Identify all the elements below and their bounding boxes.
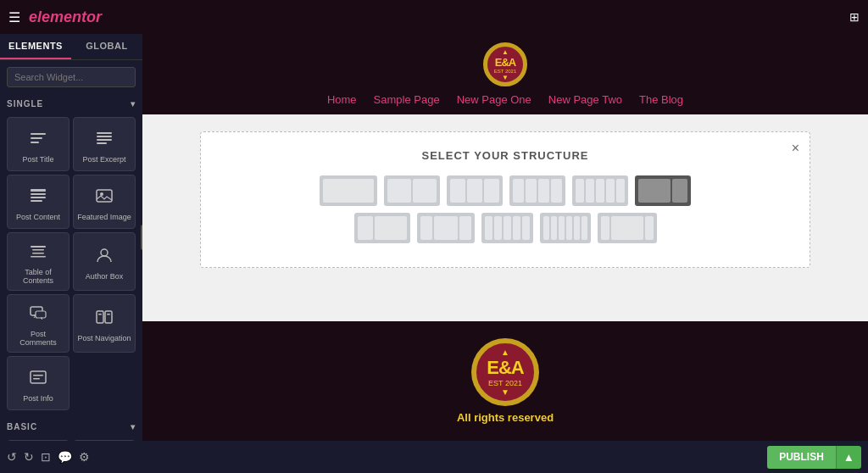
post-navigation-icon <box>95 308 114 331</box>
svg-rect-23 <box>107 314 110 315</box>
publish-dropdown-button[interactable]: ▲ <box>836 446 861 469</box>
settings-icon[interactable]: ⚙ <box>79 450 90 464</box>
footer-logo-est: EST 2021 <box>488 379 522 387</box>
widget-post-navigation[interactable]: Post Navigation <box>73 294 136 353</box>
chevron-down-icon-basic: ▾ <box>131 422 136 431</box>
widget-featured-image[interactable]: Featured Image <box>73 175 136 229</box>
widget-table-of-contents[interactable]: Table of Contents <box>7 232 70 291</box>
top-bar: ☰ elementor ⊞ <box>0 0 868 34</box>
nav-home[interactable]: Home <box>327 93 357 106</box>
preview-wrapper: ▲ E&A EST 2021 ▼ Home Sample Page New Pa… <box>142 34 868 441</box>
structure-row-1 <box>218 175 793 206</box>
svg-rect-21 <box>105 311 112 323</box>
structure-2col-33-66[interactable] <box>354 213 410 243</box>
hamburger-icon[interactable]: ☰ <box>8 9 20 25</box>
logo-text-ea: E&A <box>495 56 515 69</box>
svg-rect-10 <box>31 200 42 202</box>
svg-rect-24 <box>31 371 46 383</box>
post-info-icon <box>29 368 47 391</box>
structure-3col-25-50-25[interactable] <box>417 213 475 243</box>
redo-icon[interactable]: ↻ <box>24 450 34 464</box>
section-header-basic[interactable]: BASIC ▾ <box>0 417 142 437</box>
author-box-icon <box>95 246 114 269</box>
widget-post-comments-label: Post Comments <box>11 330 65 347</box>
footer-arrow-up: ▲ <box>501 348 509 357</box>
nav-new-page-one[interactable]: New Page One <box>457 93 531 106</box>
responsive-icon[interactable]: ⊡ <box>41 450 51 464</box>
svg-rect-3 <box>97 132 112 134</box>
search-box <box>0 60 142 94</box>
bottom-toolbar: ↺ ↻ ⊡ 💬 ⚙ PUBLISH ▲ <box>0 441 868 473</box>
chevron-down-icon: ▾ <box>131 99 136 109</box>
svg-rect-11 <box>97 190 112 202</box>
featured-image-icon <box>95 186 114 209</box>
widget-post-info-label: Post Info <box>23 394 53 403</box>
widget-heading[interactable]: T Heading <box>73 440 136 441</box>
post-comments-icon <box>29 303 47 326</box>
widget-author-box-label: Author Box <box>86 272 124 281</box>
canvas-area: ▲ E&A EST 2021 ▼ Home Sample Page New Pa… <box>142 34 868 441</box>
widget-post-excerpt[interactable]: Post Excerpt <box>73 117 136 171</box>
widget-author-box[interactable]: Author Box <box>73 232 136 291</box>
structure-5col-v2[interactable] <box>481 213 533 243</box>
modal-title: SELECT YOUR STRUCTURE <box>218 149 793 162</box>
modal-close-button[interactable]: × <box>792 141 799 156</box>
svg-rect-15 <box>32 253 44 254</box>
logo-arrow-down: ▼ <box>502 74 509 81</box>
svg-rect-7 <box>31 189 46 192</box>
nav-sample-page[interactable]: Sample Page <box>374 93 440 106</box>
history-icon[interactable]: ↺ <box>7 450 17 464</box>
structure-5col[interactable] <box>572 175 628 206</box>
structure-1col[interactable] <box>320 175 377 206</box>
publish-button[interactable]: PUBLISH <box>767 446 836 469</box>
structure-2col-unequal[interactable] <box>635 175 691 206</box>
publish-btn-group: PUBLISH ▲ <box>767 446 861 469</box>
svg-rect-6 <box>97 142 107 144</box>
svg-rect-2 <box>31 142 39 143</box>
structure-2col-equal[interactable] <box>384 175 440 206</box>
main-layout: ELEMENTS GLOBAL SINGLE ▾ Post Title Post… <box>0 34 868 441</box>
structure-row-2 <box>218 213 793 243</box>
nav-the-blog[interactable]: The Blog <box>639 93 683 106</box>
tab-elements[interactable]: ELEMENTS <box>0 34 71 59</box>
grid-icon[interactable]: ⊞ <box>849 10 860 24</box>
widget-post-info[interactable]: Post Info <box>7 356 70 410</box>
search-input[interactable] <box>7 67 136 87</box>
widget-featured-image-label: Featured Image <box>77 213 131 221</box>
footer-logo-ea: E&A <box>487 357 523 379</box>
post-content-icon <box>29 186 47 209</box>
widget-inner-section[interactable]: Inner Section <box>7 440 70 441</box>
widget-post-content[interactable]: Post Content <box>7 175 70 229</box>
structure-modal: × SELECT YOUR STRUCTURE <box>200 131 810 268</box>
widget-post-excerpt-label: Post Excerpt <box>82 155 125 164</box>
table-of-contents-icon <box>29 242 47 264</box>
footer-arrow-down: ▼ <box>501 387 509 397</box>
svg-point-17 <box>101 249 108 256</box>
nav-new-page-two[interactable]: New Page Two <box>548 93 622 106</box>
basic-widgets-grid: Inner Section T Heading Image <box>0 437 142 441</box>
svg-rect-14 <box>32 249 44 251</box>
comments-icon[interactable]: 💬 <box>58 450 72 464</box>
site-logo: ▲ E&A EST 2021 ▼ <box>483 42 527 86</box>
sidebar-tabs: ELEMENTS GLOBAL <box>0 34 142 60</box>
svg-rect-9 <box>31 197 46 198</box>
site-header: ▲ E&A EST 2021 ▼ Home Sample Page New Pa… <box>142 34 868 114</box>
widget-table-of-contents-label: Table of Contents <box>11 268 65 285</box>
svg-rect-8 <box>31 193 46 195</box>
structure-3col-narrow[interactable] <box>598 213 657 243</box>
svg-rect-0 <box>31 133 46 135</box>
svg-point-12 <box>100 192 103 196</box>
widget-post-navigation-label: Post Navigation <box>77 334 131 342</box>
single-widgets-grid: Post Title Post Excerpt Post Content Fea… <box>0 114 142 417</box>
elementor-logo: elementor <box>29 8 102 26</box>
widget-post-comments[interactable]: Post Comments <box>7 294 70 353</box>
structure-3col[interactable] <box>447 175 503 206</box>
section-header-single[interactable]: SINGLE ▾ <box>0 94 142 114</box>
widget-post-content-label: Post Content <box>16 213 60 221</box>
widget-post-title[interactable]: Post Title <box>7 117 70 171</box>
structure-4col[interactable] <box>509 175 565 206</box>
preview-content: × SELECT YOUR STRUCTURE <box>142 114 868 321</box>
tab-global[interactable]: GLOBAL <box>71 34 142 59</box>
structure-6col[interactable] <box>540 213 591 243</box>
svg-rect-13 <box>31 246 46 248</box>
